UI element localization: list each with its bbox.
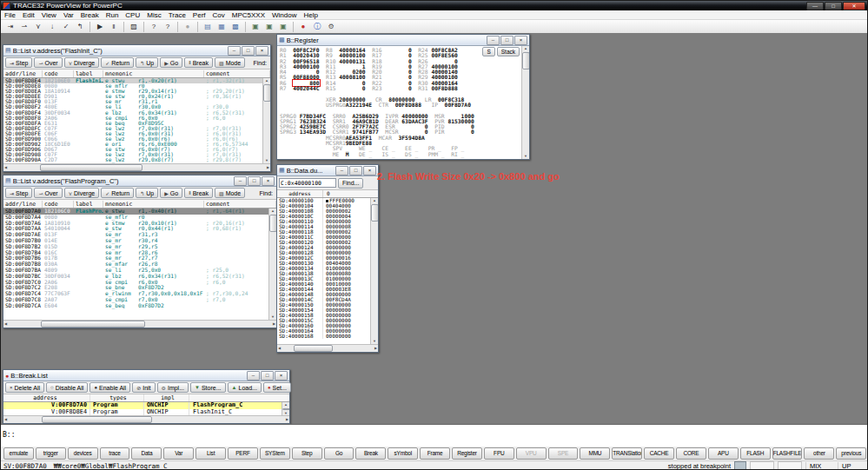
menu-view[interactable]: View	[38, 11, 60, 19]
close-button[interactable]: ×	[255, 46, 268, 56]
maximize-button[interactable]: □	[261, 371, 274, 381]
flashinit-diverge-button[interactable]: ⋎Diverge	[64, 57, 100, 68]
softkey-emulate[interactable]: emulate	[3, 447, 34, 460]
softkey-core[interactable]: CORE	[676, 447, 706, 460]
minimize-button[interactable]: ‒	[247, 371, 260, 381]
scroll-up-icon[interactable]: ▲	[265, 78, 268, 83]
break-store-button[interactable]: ▼Store...	[190, 382, 226, 393]
code-row[interactable]: SD:00F8D7B8030Ase_mfarr26,r8	[3, 261, 268, 268]
break-delete-all-button[interactable]: ×Delete All	[5, 382, 44, 393]
go-icon[interactable]: ▶	[94, 22, 106, 32]
softkey-other[interactable]: other	[804, 447, 834, 460]
code-row[interactable]: SD:00F8D90C77A6077Fe_rlwinmr6,r29,0x0,0x…	[3, 163, 262, 164]
scroll-thumb[interactable]	[40, 164, 142, 171]
code-row[interactable]: SD:00F8D7A61A810910e_stmwr20,0x10(r1); r…	[3, 221, 268, 227]
break-impl-button[interactable]: ⚙Impl...	[157, 382, 189, 393]
scroll-up-icon[interactable]: ▲	[373, 198, 376, 203]
flashinit-up-button[interactable]: ↰Up	[136, 57, 158, 68]
scroll-thumb[interactable]	[269, 215, 277, 232]
scroll-down-icon[interactable]: ▼	[284, 411, 288, 415]
close-button[interactable]: ×	[514, 36, 527, 45]
stack-button[interactable]: Stack	[497, 47, 520, 56]
scroll-down-icon[interactable]: ▼	[265, 158, 268, 163]
register-window-icon[interactable]: ▩	[229, 22, 242, 32]
scroll-right-icon[interactable]: ▶	[286, 417, 288, 422]
menu-perf[interactable]: Perf	[189, 11, 209, 19]
info-icon[interactable]: ⓘ	[311, 22, 323, 32]
flashinit-over-button[interactable]: ⇀Over	[34, 57, 62, 68]
softkey-trace[interactable]: trace	[100, 447, 130, 460]
code-row[interactable]: SD:00F8D7AA54010044e_stwr0,0x44(r1); r0,…	[3, 226, 268, 232]
dump-titlebar[interactable]: ▦ B::Data.du... ‒□×	[277, 165, 378, 176]
minimize-button[interactable]: ‒	[487, 36, 500, 45]
softkey-fpu[interactable]: FPU	[484, 447, 514, 460]
breakpoint-row[interactable]: V:00F8D7A0ProgramONCHIPFlashProgram_C	[3, 402, 289, 409]
scroll-thumb[interactable]	[42, 416, 151, 423]
flashprogram-step-button[interactable]: ⇥Step	[5, 188, 32, 198]
flashinit-mode-button[interactable]: ▨Mode	[215, 57, 245, 68]
scroll-up-icon[interactable]: ▲	[284, 402, 288, 407]
softkey-go[interactable]: Go	[324, 447, 354, 460]
softkey-trigger[interactable]: trigger	[36, 447, 66, 460]
horizontal-scrollbar[interactable]: ◀▶	[3, 320, 276, 328]
code-row[interactable]: SD:00F8D7A0182106C0FlashPro…:e_stwur1,-0…	[3, 209, 268, 215]
scroll-down-icon[interactable]: ▼	[271, 314, 275, 320]
dump-find-button[interactable]: Find...	[338, 178, 363, 189]
close-button[interactable]: ×	[363, 166, 376, 175]
vertical-scrollbar[interactable]: ▲▼	[282, 402, 289, 415]
record-icon[interactable]: ●	[182, 22, 194, 32]
softkey-symbol[interactable]: sYmbol	[388, 447, 418, 460]
flashprogram-over-button[interactable]: ⇀Over	[34, 188, 62, 198]
softkey-apu[interactable]: APU	[708, 447, 739, 460]
scroll-left-icon[interactable]: ◀	[278, 346, 281, 351]
horizontal-scrollbar[interactable]: ◀▶	[277, 344, 378, 352]
break-enable-all-button[interactable]: ●Enable All	[89, 382, 130, 393]
flashprogram-return-button[interactable]: ✓Return	[101, 188, 134, 198]
scroll-thumb[interactable]	[41, 321, 146, 328]
help-icon[interactable]: ?	[148, 22, 160, 32]
chip1-icon[interactable]: ▣	[249, 22, 262, 32]
breakpoint-row[interactable]: V:00F8D8E4ProgramONCHIPFlashInit_C	[3, 409, 289, 416]
code-row[interactable]: SD:00F8D7BC30DF0034e_lbzr6,0x34(r31); r6…	[3, 274, 268, 280]
softkey-previous[interactable]: previous	[836, 447, 866, 460]
flashinit-go-button[interactable]: ▶Go	[160, 57, 182, 68]
flashprogram-go-button[interactable]: ▶Go	[160, 188, 182, 198]
register-titlebar[interactable]: ▩ B::Register ‒□×	[277, 35, 529, 46]
softkey-cache[interactable]: CACHE	[644, 447, 674, 460]
softkey-translation[interactable]: TRANSlation	[612, 447, 642, 460]
menu-edit[interactable]: Edit	[19, 11, 38, 19]
break-init-button[interactable]: ⊘Init	[132, 382, 155, 393]
softkey-perf[interactable]: PERF	[228, 447, 258, 460]
step-into-icon[interactable]: ↓	[46, 22, 58, 32]
scroll-right-icon[interactable]: ▶	[273, 321, 275, 327]
horizontal-scrollbar[interactable]: ◀▶	[3, 415, 289, 423]
minimize-button[interactable]: ‒	[234, 176, 247, 186]
flashinit-step-button[interactable]: ⇥Step	[5, 57, 32, 68]
tools-icon[interactable]: ⚙	[325, 22, 337, 32]
scroll-up-icon[interactable]: ▲	[524, 46, 527, 51]
code-row[interactable]: SD:00F8D7C82A07se_cmpir7,0x0; r7,0	[3, 297, 268, 303]
code-row[interactable]: SD:00F8D7C2E208se_bne0xF8D7D2	[3, 285, 268, 291]
softkey-flash[interactable]: FLASH	[740, 447, 771, 460]
flashprogram-titlebar[interactable]: ▤ B::List v.address("FlashProgram_C") ‒□…	[3, 175, 276, 187]
dump-address-input[interactable]	[279, 178, 336, 188]
menu-cpu[interactable]: CPU	[122, 11, 143, 19]
scroll-left-icon[interactable]: ◀	[4, 165, 7, 170]
flashinit-return-button[interactable]: ✓Return	[101, 57, 134, 68]
close-button[interactable]: ×	[275, 371, 288, 381]
break-disable-all-button[interactable]: ○Disable All	[46, 382, 88, 393]
menu-misc[interactable]: Misc	[143, 11, 164, 19]
breakpoint-icon[interactable]: ●	[297, 22, 309, 32]
code-row[interactable]: SD:00F8D7C477C7063Fe_rlwinmr7,r30,0x0,0x…	[3, 291, 268, 297]
return-icon[interactable]: ✓	[60, 22, 72, 32]
softkey-list[interactable]: List	[195, 447, 226, 460]
softkey-register[interactable]: Register	[452, 447, 482, 460]
flashprogram-up-button[interactable]: ↰Up	[136, 188, 158, 198]
close-button[interactable]: ✕	[843, 2, 865, 10]
step-over-icon[interactable]: ⇀	[18, 22, 30, 32]
maximize-button[interactable]: □	[242, 46, 255, 56]
chip3-icon[interactable]: ▣	[277, 22, 289, 32]
chip2-icon[interactable]: ▣	[263, 22, 275, 32]
flashinit-break-button[interactable]: ‖Break	[184, 57, 213, 68]
softkey-break[interactable]: Break	[355, 447, 386, 460]
